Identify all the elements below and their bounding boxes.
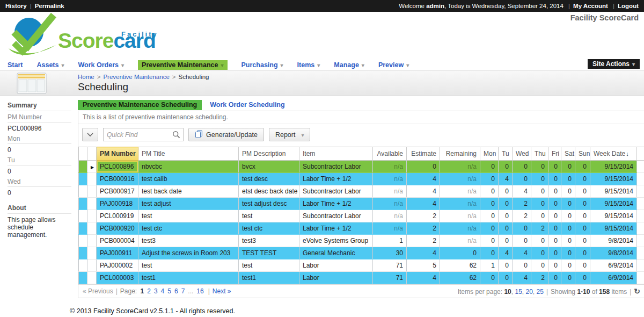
table-row[interactable]: PCB000916test calibtest descLabor Time +… bbox=[79, 173, 644, 185]
tab-work-order-scheduling[interactable]: Work Order Scheduling bbox=[205, 100, 289, 110]
cell-tu[interactable]: 0 bbox=[499, 260, 513, 272]
cell-pm-description[interactable]: etst desc back date bbox=[239, 185, 299, 198]
cell-wed[interactable]: 0 bbox=[513, 260, 531, 272]
column-header-pm-title[interactable]: PM Title bbox=[138, 147, 239, 161]
cell-mon[interactable]: 0 bbox=[480, 272, 499, 284]
table-row[interactable]: PCL000919testtestSubcontractor Laborn/a2… bbox=[79, 210, 644, 222]
cell-sat[interactable]: 0 bbox=[561, 161, 575, 173]
cell-fri[interactable]: 0 bbox=[548, 247, 561, 260]
cell-mon[interactable]: 1 bbox=[480, 260, 499, 272]
cell-remaining[interactable]: n/a bbox=[440, 161, 480, 173]
cell-remaining[interactable]: 0 bbox=[440, 247, 480, 260]
table-row[interactable]: PAJ000918test adjusttest adjust descLabo… bbox=[79, 198, 644, 210]
cell-item[interactable]: Labor bbox=[299, 272, 373, 284]
cell-sun[interactable]: 0 bbox=[575, 198, 590, 210]
cell-available[interactable]: n/a bbox=[373, 185, 407, 198]
cell-sun[interactable]: 0 bbox=[575, 185, 590, 198]
cell-week-date[interactable]: 6/9/2014 bbox=[590, 260, 637, 272]
column-header-item[interactable]: Item bbox=[299, 147, 373, 161]
cell-pm-description[interactable]: bvcx bbox=[239, 161, 299, 173]
cell-mon[interactable]: 0 bbox=[480, 198, 499, 210]
cell-week-date[interactable]: 6/9/2014 bbox=[590, 272, 637, 284]
cell-estimate[interactable]: 2 bbox=[407, 235, 440, 247]
column-header-pm-description[interactable]: PM Description bbox=[239, 147, 299, 161]
cell-mon[interactable]: 0 bbox=[480, 222, 499, 235]
column-header-pm-number[interactable]: PM Number bbox=[97, 147, 138, 161]
scorecard-logo[interactable]: FacilityScorecard bbox=[6, 13, 156, 60]
cell-sat[interactable]: 0 bbox=[561, 260, 575, 272]
cell-wed[interactable]: 4 bbox=[513, 185, 531, 198]
cell-thu[interactable]: 0 bbox=[531, 198, 548, 210]
cell-pm-title[interactable]: test ctc bbox=[138, 222, 239, 235]
cell-pm-title[interactable]: test adjust bbox=[138, 198, 239, 210]
cell-thu[interactable]: 2 bbox=[531, 272, 548, 284]
cell-sat[interactable]: 0 bbox=[561, 222, 575, 235]
breadcrumb-link-preventive-maintenance[interactable]: Preventive Maintenance bbox=[103, 74, 169, 80]
cell-pm-number[interactable]: PCL000896 bbox=[97, 161, 138, 173]
quick-find-input[interactable] bbox=[104, 131, 172, 139]
cell-tu[interactable]: 0 bbox=[499, 210, 513, 222]
cell-estimate[interactable]: 4 bbox=[407, 173, 440, 185]
cell-thu[interactable]: 0 bbox=[531, 260, 548, 272]
permalink-link[interactable]: Permalink bbox=[35, 3, 64, 9]
cell-fri[interactable]: 0 bbox=[548, 161, 561, 173]
cell-pm-description[interactable]: TEST TEST bbox=[239, 247, 299, 260]
column-header-remaining[interactable]: Remaining bbox=[440, 147, 480, 161]
cell-pm-title[interactable]: test3 bbox=[138, 235, 239, 247]
cell-sat[interactable]: 0 bbox=[561, 210, 575, 222]
tab-preventive-maintenance-scheduling[interactable]: Preventive Maintenance Scheduling bbox=[78, 100, 202, 110]
cell-pm-description[interactable]: test3 bbox=[239, 235, 299, 247]
per-page-25[interactable]: 25 bbox=[537, 288, 544, 296]
cell-item[interactable]: Subcontractor Labor bbox=[299, 161, 373, 173]
cell-sat[interactable]: 0 bbox=[561, 272, 575, 284]
cell-available[interactable]: n/a bbox=[373, 210, 407, 222]
nav-item-assets[interactable]: Assets bbox=[36, 60, 64, 70]
nav-item-items[interactable]: Items bbox=[297, 60, 320, 70]
cell-pm-description[interactable]: test1 bbox=[239, 272, 299, 284]
cell-pm-number[interactable]: PCL000003 bbox=[97, 272, 138, 284]
cell-week-date[interactable]: 9/8/2014 bbox=[590, 235, 637, 247]
cell-pm-title[interactable]: test bbox=[138, 260, 239, 272]
page-link-6[interactable]: 6 bbox=[174, 287, 178, 295]
cell-remaining[interactable]: n/a bbox=[440, 198, 480, 210]
nav-item-preventive-maintenance[interactable]: Preventive Maintenance bbox=[138, 60, 227, 70]
history-link[interactable]: History bbox=[5, 3, 27, 9]
cell-pm-title[interactable]: test bbox=[138, 210, 239, 222]
cell-sun[interactable]: 0 bbox=[575, 235, 590, 247]
column-header-wed[interactable]: Wed bbox=[513, 147, 531, 161]
cell-available[interactable]: n/a bbox=[373, 222, 407, 235]
page-link-7[interactable]: 7 bbox=[181, 287, 185, 295]
column-header-week-date[interactable]: Week Date bbox=[590, 147, 637, 161]
cell-mon[interactable]: 0 bbox=[480, 173, 499, 185]
column-header-estimate[interactable]: Estimate bbox=[407, 147, 440, 161]
cell-wed[interactable]: 4 bbox=[513, 247, 531, 260]
table-row[interactable]: PCL000896nbvcbcbvcxSubcontractor Laborn/… bbox=[79, 161, 644, 173]
cell-week-date[interactable]: 9/15/2014 bbox=[590, 198, 637, 210]
cell-estimate[interactable]: 4 bbox=[407, 272, 440, 284]
cell-thu[interactable]: 2 bbox=[531, 222, 548, 235]
cell-sun[interactable]: 0 bbox=[575, 260, 590, 272]
cell-item[interactable]: Labor Time + 1/2 bbox=[299, 198, 373, 210]
cell-sun[interactable]: 0 bbox=[575, 272, 590, 284]
cell-sat[interactable]: 0 bbox=[561, 198, 575, 210]
cell-pm-number[interactable]: PCL000919 bbox=[97, 210, 138, 222]
cell-tu[interactable]: 0 bbox=[499, 222, 513, 235]
cell-available[interactable]: 1 bbox=[373, 235, 407, 247]
cell-fri[interactable]: 0 bbox=[548, 173, 561, 185]
cell-estimate[interactable]: 0 bbox=[407, 161, 440, 173]
cell-mon[interactable]: 0 bbox=[480, 247, 499, 260]
cell-remaining[interactable]: 62 bbox=[440, 260, 480, 272]
cell-item[interactable]: Subcontractor Labor bbox=[299, 210, 373, 222]
cell-fri[interactable]: 0 bbox=[548, 272, 561, 284]
cell-available[interactable]: 71 bbox=[373, 272, 407, 284]
cell-available[interactable]: n/a bbox=[373, 161, 407, 173]
cell-estimate[interactable]: 2 bbox=[407, 222, 440, 235]
cell-fri[interactable]: 0 bbox=[548, 185, 561, 198]
cell-sun[interactable]: 0 bbox=[575, 210, 590, 222]
cell-sat[interactable]: 0 bbox=[561, 185, 575, 198]
cell-mon[interactable]: 0 bbox=[480, 210, 499, 222]
column-header-mon[interactable]: Mon bbox=[480, 147, 499, 161]
site-actions-button[interactable]: Site Actions bbox=[588, 59, 640, 69]
table-row[interactable]: PAJ000002testtestLabor7156210000006/9/20… bbox=[79, 260, 644, 272]
page-current[interactable]: 1 bbox=[141, 287, 144, 295]
